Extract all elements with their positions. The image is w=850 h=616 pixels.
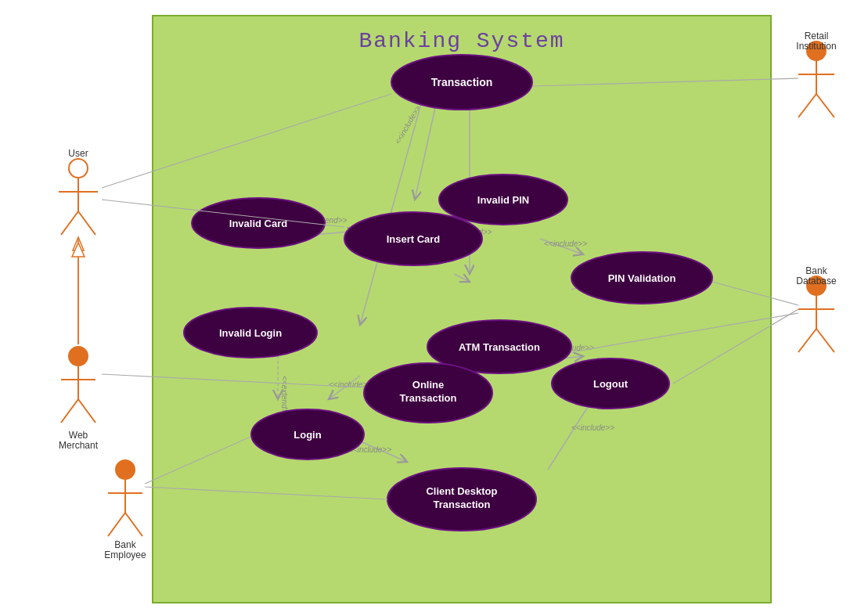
node-logout-label: Logout bbox=[593, 378, 628, 390]
svg-line-24 bbox=[78, 399, 95, 423]
node-atm-transaction-label: ATM Transaction bbox=[459, 341, 540, 353]
svg-line-30 bbox=[102, 200, 344, 227]
svg-line-27 bbox=[108, 513, 125, 536]
svg-line-37 bbox=[816, 94, 834, 117]
user-actor-head bbox=[69, 159, 88, 178]
node-transaction[interactable] bbox=[391, 55, 532, 110]
conn-label-extend2: <<extend>> bbox=[450, 228, 492, 236]
svg-line-13 bbox=[548, 384, 603, 470]
conn-label-include7: <<include>> bbox=[348, 445, 391, 454]
node-login-label: Login bbox=[294, 429, 321, 441]
bank-database-label2: Database bbox=[796, 276, 837, 286]
svg-line-18 bbox=[78, 211, 95, 235]
bank-database-label: Bank bbox=[805, 265, 827, 276]
svg-line-7 bbox=[454, 274, 470, 282]
node-invalid-card[interactable] bbox=[192, 198, 325, 248]
conn-label-include8: <<include>> bbox=[571, 423, 614, 432]
svg-line-10 bbox=[329, 376, 360, 399]
user-actor-label: User bbox=[68, 148, 88, 159]
node-client-desktop[interactable] bbox=[387, 468, 536, 531]
retail-institution-actor-head bbox=[807, 41, 826, 60]
svg-line-1 bbox=[415, 94, 438, 200]
retail-institution-label: Retail bbox=[805, 31, 829, 41]
node-online-transaction-label: Online bbox=[412, 379, 444, 391]
web-merchant-label: Web bbox=[69, 430, 88, 441]
node-online-transaction[interactable] bbox=[364, 363, 492, 423]
conn-label-extend3: <<extend>> bbox=[280, 376, 289, 418]
svg-text:Transaction: Transaction bbox=[400, 392, 457, 404]
svg-line-17 bbox=[61, 211, 78, 235]
node-invalid-pin-label: Invalid PIN bbox=[477, 194, 529, 206]
svg-line-6 bbox=[540, 239, 583, 254]
conn-label-extend1: <<extend>> bbox=[305, 216, 348, 225]
svg-line-23 bbox=[61, 399, 78, 423]
svg-line-32 bbox=[145, 487, 387, 499]
bank-employee-actor-head bbox=[116, 460, 135, 479]
svg-marker-47 bbox=[72, 243, 85, 257]
svg-line-33 bbox=[145, 437, 250, 484]
svg-line-5 bbox=[446, 223, 470, 243]
conn-label-include5: <<include>> bbox=[551, 344, 594, 352]
svg-line-9 bbox=[548, 356, 583, 360]
svg-line-8 bbox=[571, 278, 610, 290]
conn-label-include1: <<include>> bbox=[393, 104, 422, 146]
svg-line-12 bbox=[344, 434, 407, 462]
svg-line-45 bbox=[571, 313, 798, 352]
conn-label-include3: <<include>> bbox=[544, 240, 587, 248]
node-invalid-login-label: Invalid Login bbox=[219, 327, 282, 339]
diagram-title: Banking System bbox=[358, 29, 564, 53]
node-client-desktop-label1: Client Desktop bbox=[426, 485, 497, 497]
conn-label-include4: <<include>> bbox=[581, 275, 624, 283]
svg-line-38 bbox=[532, 78, 798, 86]
conn-label-include6: <<include>> bbox=[329, 380, 372, 389]
bank-employee-label2: Employee bbox=[104, 549, 146, 560]
svg-line-28 bbox=[125, 513, 142, 536]
node-invalid-login[interactable] bbox=[184, 308, 317, 358]
node-atm-transaction[interactable] bbox=[427, 320, 571, 373]
svg-line-42 bbox=[816, 329, 834, 352]
node-pin-validation[interactable] bbox=[571, 252, 712, 304]
svg-line-36 bbox=[798, 94, 816, 117]
node-logout[interactable] bbox=[552, 358, 669, 409]
svg-line-3 bbox=[360, 98, 423, 325]
conn-label-include2: <<include>> bbox=[477, 177, 520, 186]
web-merchant-label2: Merchant bbox=[59, 440, 99, 451]
bank-employee-label: Bank bbox=[114, 539, 136, 550]
node-invalid-pin[interactable] bbox=[439, 175, 567, 225]
svg-rect-0 bbox=[153, 16, 771, 603]
svg-line-31 bbox=[102, 374, 364, 387]
node-invalid-card-label: Invalid Card bbox=[229, 218, 287, 229]
node-login[interactable] bbox=[251, 409, 364, 459]
svg-line-29 bbox=[102, 94, 391, 188]
node-client-desktop-label2: Transaction bbox=[434, 499, 491, 510]
svg-line-43 bbox=[712, 282, 798, 305]
bank-database-actor-head bbox=[807, 276, 826, 295]
svg-line-4 bbox=[290, 231, 356, 237]
node-insert-card-label: Insert Card bbox=[387, 233, 441, 245]
node-insert-card[interactable] bbox=[344, 212, 482, 265]
node-pin-validation-label: PIN Validation bbox=[608, 272, 676, 284]
web-merchant-actor-head bbox=[69, 347, 88, 366]
retail-institution-label2: Institution bbox=[796, 41, 836, 52]
svg-line-41 bbox=[798, 329, 816, 352]
svg-marker-20 bbox=[73, 237, 84, 250]
svg-line-44 bbox=[673, 309, 798, 384]
node-transaction-label: Transaction bbox=[431, 76, 493, 88]
